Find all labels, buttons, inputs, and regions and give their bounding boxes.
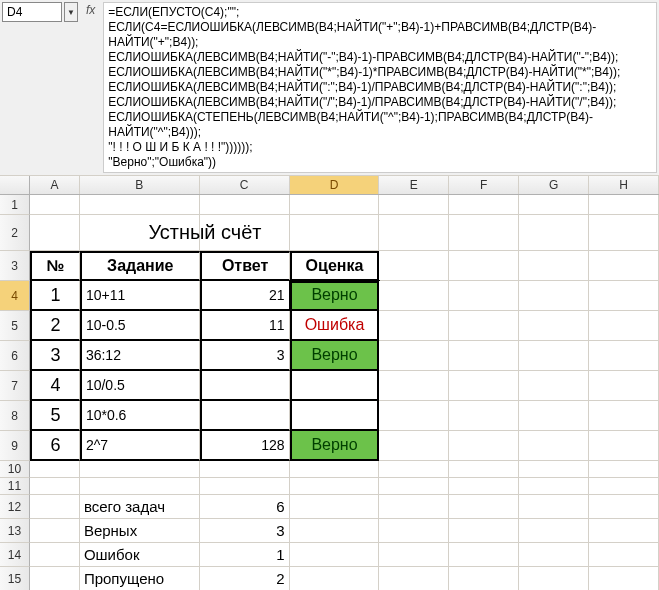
cell-G1[interactable] bbox=[519, 195, 589, 215]
row-header-12[interactable]: 12 bbox=[0, 495, 30, 519]
col-header-A[interactable]: A bbox=[30, 176, 80, 194]
cell-H13[interactable] bbox=[589, 519, 659, 543]
cell-H3[interactable] bbox=[589, 251, 659, 281]
cell-D10[interactable] bbox=[290, 461, 380, 478]
row-header-3[interactable]: 3 bbox=[0, 251, 30, 281]
cell-G7[interactable] bbox=[519, 371, 589, 401]
cell-G3[interactable] bbox=[519, 251, 589, 281]
header-grade[interactable]: Оценка bbox=[290, 251, 380, 281]
cell-D12[interactable] bbox=[290, 495, 380, 519]
cell-F7[interactable] bbox=[449, 371, 519, 401]
cell-H7[interactable] bbox=[589, 371, 659, 401]
cell-A12[interactable] bbox=[30, 495, 80, 519]
cell-D6[interactable]: Верно bbox=[290, 341, 380, 371]
cell-C6[interactable]: 3 bbox=[200, 341, 290, 371]
row-header-1[interactable]: 1 bbox=[0, 195, 30, 215]
cell-B12[interactable]: всего задач bbox=[80, 495, 200, 519]
cell-C14[interactable]: 1 bbox=[200, 543, 290, 567]
cell-D13[interactable] bbox=[290, 519, 380, 543]
cell-B13[interactable]: Верных bbox=[80, 519, 200, 543]
cell-F13[interactable] bbox=[449, 519, 519, 543]
cell-B8[interactable]: 10*0.6 bbox=[80, 401, 200, 431]
cell-A14[interactable] bbox=[30, 543, 80, 567]
cell-C10[interactable] bbox=[200, 461, 290, 478]
cell-C13[interactable]: 3 bbox=[200, 519, 290, 543]
cell-A7[interactable]: 4 bbox=[30, 371, 80, 401]
row-header-13[interactable]: 13 bbox=[0, 519, 30, 543]
row-header-8[interactable]: 8 bbox=[0, 401, 30, 431]
cell-B10[interactable] bbox=[80, 461, 200, 478]
col-header-C[interactable]: C bbox=[200, 176, 290, 194]
cell-G14[interactable] bbox=[519, 543, 589, 567]
cell-C7[interactable] bbox=[200, 371, 290, 401]
cell-H8[interactable] bbox=[589, 401, 659, 431]
cell-F11[interactable] bbox=[449, 478, 519, 495]
cell-E13[interactable] bbox=[379, 519, 449, 543]
cell-F1[interactable] bbox=[449, 195, 519, 215]
cell-F3[interactable] bbox=[449, 251, 519, 281]
cell-E7[interactable] bbox=[379, 371, 449, 401]
cell-A4[interactable]: 1 bbox=[30, 281, 80, 311]
cell-C5[interactable]: 11 bbox=[200, 311, 290, 341]
cell-G13[interactable] bbox=[519, 519, 589, 543]
fx-icon[interactable]: fx bbox=[80, 0, 101, 20]
cell-E15[interactable] bbox=[379, 567, 449, 590]
header-answer[interactable]: Ответ bbox=[200, 251, 290, 281]
cell-A13[interactable] bbox=[30, 519, 80, 543]
cell-A11[interactable] bbox=[30, 478, 80, 495]
cell-C9[interactable]: 128 bbox=[200, 431, 290, 461]
header-num[interactable]: № bbox=[30, 251, 80, 281]
cell-D14[interactable] bbox=[290, 543, 380, 567]
cell-D5[interactable]: Ошибка bbox=[290, 311, 380, 341]
col-header-H[interactable]: H bbox=[589, 176, 659, 194]
name-box[interactable]: D4 bbox=[2, 2, 62, 22]
cell-E8[interactable] bbox=[379, 401, 449, 431]
cell-G4[interactable] bbox=[519, 281, 589, 311]
row-header-11[interactable]: 11 bbox=[0, 478, 30, 495]
cell-A6[interactable]: 3 bbox=[30, 341, 80, 371]
cell-F12[interactable] bbox=[449, 495, 519, 519]
cell-A10[interactable] bbox=[30, 461, 80, 478]
col-header-B[interactable]: B bbox=[80, 176, 200, 194]
cell-E3[interactable] bbox=[379, 251, 449, 281]
cell-E12[interactable] bbox=[379, 495, 449, 519]
cell-E14[interactable] bbox=[379, 543, 449, 567]
cell-D1[interactable] bbox=[290, 195, 380, 215]
cell-C4[interactable]: 21 bbox=[200, 281, 290, 311]
cell-C8[interactable] bbox=[200, 401, 290, 431]
cell-G15[interactable] bbox=[519, 567, 589, 590]
cell-G11[interactable] bbox=[519, 478, 589, 495]
cell-G9[interactable] bbox=[519, 431, 589, 461]
col-header-F[interactable]: F bbox=[449, 176, 519, 194]
cell-H15[interactable] bbox=[589, 567, 659, 590]
row-header-10[interactable]: 10 bbox=[0, 461, 30, 478]
cell-C11[interactable] bbox=[200, 478, 290, 495]
cell-F9[interactable] bbox=[449, 431, 519, 461]
cell-B9[interactable]: 2^7 bbox=[80, 431, 200, 461]
cell-E9[interactable] bbox=[379, 431, 449, 461]
row-header-4[interactable]: 4 bbox=[0, 281, 30, 311]
cell-H11[interactable] bbox=[589, 478, 659, 495]
cell-F6[interactable] bbox=[449, 341, 519, 371]
cell-B14[interactable]: Ошибок bbox=[80, 543, 200, 567]
cell-H10[interactable] bbox=[589, 461, 659, 478]
col-header-G[interactable]: G bbox=[519, 176, 589, 194]
cell-H14[interactable] bbox=[589, 543, 659, 567]
cell-F15[interactable] bbox=[449, 567, 519, 590]
cell-A2[interactable]: Устный счёт bbox=[30, 215, 80, 251]
cell-E2[interactable] bbox=[379, 215, 449, 251]
cell-H12[interactable] bbox=[589, 495, 659, 519]
cell-G12[interactable] bbox=[519, 495, 589, 519]
cell-F4[interactable] bbox=[449, 281, 519, 311]
col-header-D[interactable]: D bbox=[290, 176, 380, 194]
cell-G10[interactable] bbox=[519, 461, 589, 478]
name-box-dropdown[interactable]: ▼ bbox=[64, 2, 78, 22]
cell-D8[interactable] bbox=[290, 401, 380, 431]
cell-A1[interactable] bbox=[30, 195, 80, 215]
cell-F14[interactable] bbox=[449, 543, 519, 567]
cell-B1[interactable] bbox=[80, 195, 200, 215]
cell-F5[interactable] bbox=[449, 311, 519, 341]
cell-B6[interactable]: 36:12 bbox=[80, 341, 200, 371]
col-header-E[interactable]: E bbox=[379, 176, 449, 194]
formula-bar[interactable]: =ЕСЛИ(ЕПУСТО(C4);""; ЕСЛИ(C4=ЕСЛИОШИБКА(… bbox=[103, 2, 657, 173]
